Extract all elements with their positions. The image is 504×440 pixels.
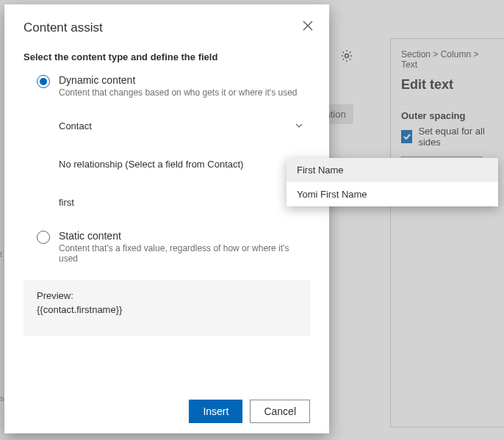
static-content-radio[interactable] [37,231,50,244]
relationship-dropdown[interactable]: No relationship (Select a field from Con… [59,154,310,174]
autocomplete-option[interactable]: Yomi First Name [287,182,498,206]
preview-value: {{contact.firstname}} [37,304,297,315]
dynamic-content-desc: Content that changes based on who gets i… [59,87,298,98]
dynamic-content-label: Dynamic content [59,74,298,86]
cancel-button[interactable]: Cancel [250,400,310,423]
close-button[interactable] [301,19,314,32]
autocomplete-option[interactable]: First Name [287,158,498,182]
content-assist-modal: Content assist Select the content type a… [4,4,329,433]
field-search-value: first [59,197,74,208]
chevron-down-icon [294,120,304,131]
relationship-value: No relationship (Select a field from Con… [59,159,243,170]
radio-selected-dot [40,78,47,85]
modal-title: Content assist [24,21,310,35]
insert-button[interactable]: Insert [189,400,242,423]
field-search-input[interactable]: first [59,192,310,212]
preview-label: Preview: [37,290,297,301]
close-icon [301,19,314,32]
preview-box: Preview: {{contact.firstname}} [24,280,310,336]
modal-subtitle: Select the content type and define the f… [24,51,310,62]
entity-value: Contact [59,120,92,131]
static-content-desc: Content that's a fixed value, regardless… [59,243,310,264]
dynamic-content-radio[interactable] [37,75,50,88]
field-autocomplete: First Name Yomi First Name [287,158,498,206]
entity-dropdown[interactable]: Contact [59,115,310,136]
static-content-label: Static content [59,230,310,242]
